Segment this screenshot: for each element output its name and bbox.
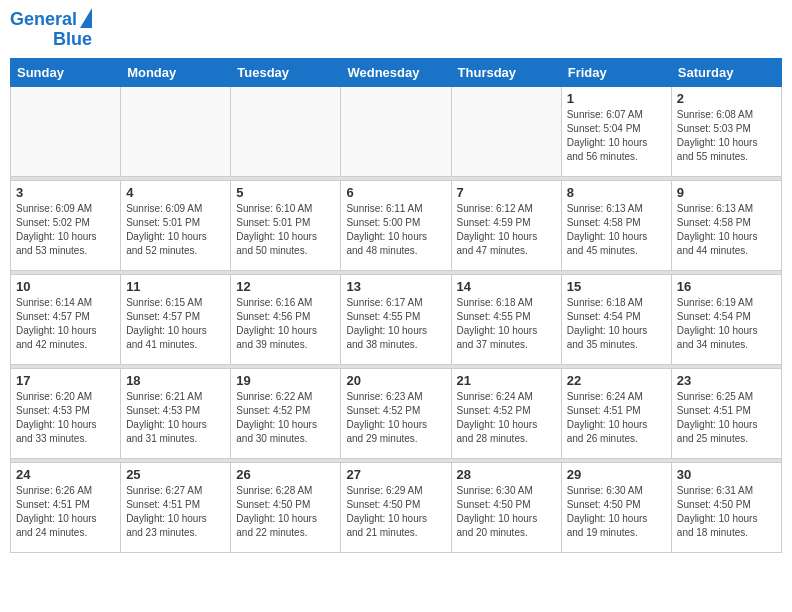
calendar-cell: 15Sunrise: 6:18 AM Sunset: 4:54 PM Dayli… [561,274,671,364]
calendar-cell [121,86,231,176]
cell-info-text: Sunrise: 6:17 AM Sunset: 4:55 PM Dayligh… [346,296,445,352]
calendar-week-row: 1Sunrise: 6:07 AM Sunset: 5:04 PM Daylig… [11,86,782,176]
cell-info-text: Sunrise: 6:18 AM Sunset: 4:55 PM Dayligh… [457,296,556,352]
cell-info-text: Sunrise: 6:09 AM Sunset: 5:02 PM Dayligh… [16,202,115,258]
cell-day-number: 7 [457,185,556,200]
weekday-header-wednesday: Wednesday [341,58,451,86]
cell-info-text: Sunrise: 6:11 AM Sunset: 5:00 PM Dayligh… [346,202,445,258]
calendar-cell: 28Sunrise: 6:30 AM Sunset: 4:50 PM Dayli… [451,462,561,552]
calendar-cell: 14Sunrise: 6:18 AM Sunset: 4:55 PM Dayli… [451,274,561,364]
cell-day-number: 12 [236,279,335,294]
logo-text-line2: Blue [53,30,92,50]
cell-day-number: 18 [126,373,225,388]
cell-day-number: 27 [346,467,445,482]
cell-day-number: 21 [457,373,556,388]
cell-day-number: 3 [16,185,115,200]
calendar-week-row: 24Sunrise: 6:26 AM Sunset: 4:51 PM Dayli… [11,462,782,552]
calendar-cell: 12Sunrise: 6:16 AM Sunset: 4:56 PM Dayli… [231,274,341,364]
calendar-cell [451,86,561,176]
calendar-cell: 11Sunrise: 6:15 AM Sunset: 4:57 PM Dayli… [121,274,231,364]
cell-day-number: 19 [236,373,335,388]
cell-day-number: 4 [126,185,225,200]
cell-day-number: 24 [16,467,115,482]
cell-info-text: Sunrise: 6:20 AM Sunset: 4:53 PM Dayligh… [16,390,115,446]
calendar-header: SundayMondayTuesdayWednesdayThursdayFrid… [11,58,782,86]
cell-info-text: Sunrise: 6:22 AM Sunset: 4:52 PM Dayligh… [236,390,335,446]
cell-day-number: 15 [567,279,666,294]
cell-day-number: 29 [567,467,666,482]
calendar-cell: 25Sunrise: 6:27 AM Sunset: 4:51 PM Dayli… [121,462,231,552]
weekday-header-thursday: Thursday [451,58,561,86]
cell-info-text: Sunrise: 6:18 AM Sunset: 4:54 PM Dayligh… [567,296,666,352]
cell-info-text: Sunrise: 6:15 AM Sunset: 4:57 PM Dayligh… [126,296,225,352]
calendar-cell [11,86,121,176]
cell-info-text: Sunrise: 6:08 AM Sunset: 5:03 PM Dayligh… [677,108,776,164]
cell-info-text: Sunrise: 6:14 AM Sunset: 4:57 PM Dayligh… [16,296,115,352]
cell-info-text: Sunrise: 6:13 AM Sunset: 4:58 PM Dayligh… [677,202,776,258]
cell-day-number: 10 [16,279,115,294]
page-header: General Blue [10,10,782,50]
cell-day-number: 13 [346,279,445,294]
cell-info-text: Sunrise: 6:28 AM Sunset: 4:50 PM Dayligh… [236,484,335,540]
cell-info-text: Sunrise: 6:10 AM Sunset: 5:01 PM Dayligh… [236,202,335,258]
logo: General Blue [10,10,92,50]
calendar-cell: 18Sunrise: 6:21 AM Sunset: 4:53 PM Dayli… [121,368,231,458]
cell-info-text: Sunrise: 6:31 AM Sunset: 4:50 PM Dayligh… [677,484,776,540]
calendar-table: SundayMondayTuesdayWednesdayThursdayFrid… [10,58,782,553]
cell-day-number: 9 [677,185,776,200]
cell-info-text: Sunrise: 6:29 AM Sunset: 4:50 PM Dayligh… [346,484,445,540]
cell-day-number: 1 [567,91,666,106]
weekday-header-row: SundayMondayTuesdayWednesdayThursdayFrid… [11,58,782,86]
weekday-header-friday: Friday [561,58,671,86]
calendar-cell: 29Sunrise: 6:30 AM Sunset: 4:50 PM Dayli… [561,462,671,552]
cell-info-text: Sunrise: 6:19 AM Sunset: 4:54 PM Dayligh… [677,296,776,352]
calendar-week-row: 10Sunrise: 6:14 AM Sunset: 4:57 PM Dayli… [11,274,782,364]
calendar-cell: 23Sunrise: 6:25 AM Sunset: 4:51 PM Dayli… [671,368,781,458]
calendar-cell: 3Sunrise: 6:09 AM Sunset: 5:02 PM Daylig… [11,180,121,270]
cell-day-number: 28 [457,467,556,482]
cell-info-text: Sunrise: 6:12 AM Sunset: 4:59 PM Dayligh… [457,202,556,258]
cell-day-number: 6 [346,185,445,200]
cell-day-number: 2 [677,91,776,106]
calendar-cell: 6Sunrise: 6:11 AM Sunset: 5:00 PM Daylig… [341,180,451,270]
cell-day-number: 25 [126,467,225,482]
calendar-cell: 1Sunrise: 6:07 AM Sunset: 5:04 PM Daylig… [561,86,671,176]
calendar-cell: 21Sunrise: 6:24 AM Sunset: 4:52 PM Dayli… [451,368,561,458]
cell-day-number: 8 [567,185,666,200]
cell-info-text: Sunrise: 6:30 AM Sunset: 4:50 PM Dayligh… [457,484,556,540]
calendar-body: 1Sunrise: 6:07 AM Sunset: 5:04 PM Daylig… [11,86,782,552]
calendar-cell: 19Sunrise: 6:22 AM Sunset: 4:52 PM Dayli… [231,368,341,458]
calendar-cell: 2Sunrise: 6:08 AM Sunset: 5:03 PM Daylig… [671,86,781,176]
cell-day-number: 17 [16,373,115,388]
calendar-cell: 4Sunrise: 6:09 AM Sunset: 5:01 PM Daylig… [121,180,231,270]
cell-info-text: Sunrise: 6:27 AM Sunset: 4:51 PM Dayligh… [126,484,225,540]
weekday-header-sunday: Sunday [11,58,121,86]
cell-day-number: 30 [677,467,776,482]
cell-day-number: 26 [236,467,335,482]
calendar-week-row: 17Sunrise: 6:20 AM Sunset: 4:53 PM Dayli… [11,368,782,458]
calendar-cell: 16Sunrise: 6:19 AM Sunset: 4:54 PM Dayli… [671,274,781,364]
cell-info-text: Sunrise: 6:24 AM Sunset: 4:51 PM Dayligh… [567,390,666,446]
calendar-cell: 26Sunrise: 6:28 AM Sunset: 4:50 PM Dayli… [231,462,341,552]
calendar-cell: 22Sunrise: 6:24 AM Sunset: 4:51 PM Dayli… [561,368,671,458]
calendar-cell: 24Sunrise: 6:26 AM Sunset: 4:51 PM Dayli… [11,462,121,552]
calendar-cell: 30Sunrise: 6:31 AM Sunset: 4:50 PM Dayli… [671,462,781,552]
cell-info-text: Sunrise: 6:23 AM Sunset: 4:52 PM Dayligh… [346,390,445,446]
cell-info-text: Sunrise: 6:13 AM Sunset: 4:58 PM Dayligh… [567,202,666,258]
cell-day-number: 23 [677,373,776,388]
calendar-cell: 9Sunrise: 6:13 AM Sunset: 4:58 PM Daylig… [671,180,781,270]
cell-info-text: Sunrise: 6:25 AM Sunset: 4:51 PM Dayligh… [677,390,776,446]
weekday-header-tuesday: Tuesday [231,58,341,86]
cell-info-text: Sunrise: 6:07 AM Sunset: 5:04 PM Dayligh… [567,108,666,164]
calendar-week-row: 3Sunrise: 6:09 AM Sunset: 5:02 PM Daylig… [11,180,782,270]
calendar-cell: 5Sunrise: 6:10 AM Sunset: 5:01 PM Daylig… [231,180,341,270]
cell-info-text: Sunrise: 6:30 AM Sunset: 4:50 PM Dayligh… [567,484,666,540]
logo-text-line1: General [10,10,77,30]
cell-info-text: Sunrise: 6:24 AM Sunset: 4:52 PM Dayligh… [457,390,556,446]
weekday-header-saturday: Saturday [671,58,781,86]
cell-day-number: 20 [346,373,445,388]
cell-day-number: 11 [126,279,225,294]
calendar-cell: 20Sunrise: 6:23 AM Sunset: 4:52 PM Dayli… [341,368,451,458]
cell-info-text: Sunrise: 6:16 AM Sunset: 4:56 PM Dayligh… [236,296,335,352]
calendar-cell [231,86,341,176]
